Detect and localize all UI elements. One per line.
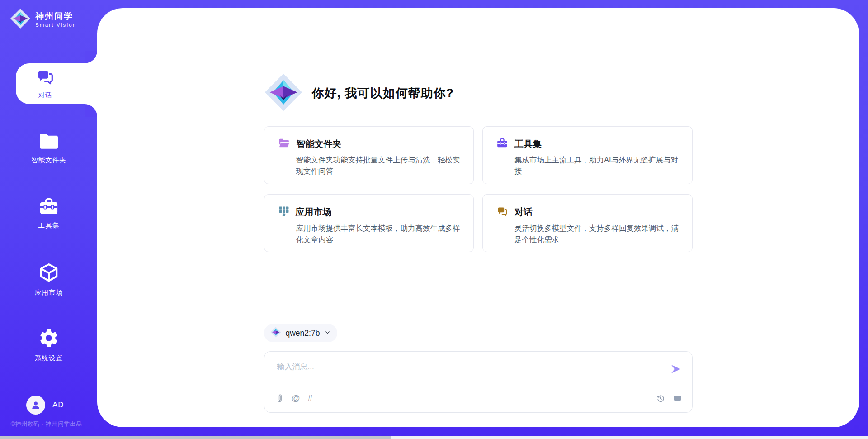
cube-icon <box>38 262 59 285</box>
card-description: 灵活切换多模型文件，支持多样回复效果调试，满足个性化需求 <box>514 223 680 245</box>
folder-icon <box>38 133 59 153</box>
folder-open-icon <box>278 138 290 150</box>
sidebar-item-label: 工具集 <box>38 221 60 230</box>
model-name: qwen2:7b <box>286 329 320 338</box>
sidebar-item-smart-folder[interactable]: 智能文件夹 <box>4 133 94 165</box>
card-app-market[interactable]: 应用市场 应用市场提供丰富长文本模板，助力高效生成多样化文章内容 <box>264 194 474 252</box>
send-icon <box>670 363 682 375</box>
sidebar-item-label: 系统设置 <box>35 354 63 363</box>
send-button[interactable] <box>670 363 682 375</box>
sidebar-item-label: 智能文件夹 <box>31 156 66 165</box>
mention-button[interactable]: @ <box>292 393 300 403</box>
assistant-diamond-icon <box>264 73 303 114</box>
feature-cards: 智能文件夹 智能文件夹功能支持批量文件上传与清洗，轻松实现文件问答 <box>264 126 693 252</box>
card-title: 工具集 <box>514 138 542 150</box>
chat-icon <box>36 68 55 88</box>
history-button[interactable] <box>656 394 665 403</box>
card-description: 智能文件夹功能支持批量文件上传与清洗，轻松实现文件问答 <box>296 154 462 177</box>
user-name: AD <box>52 401 64 410</box>
grid-icon <box>278 205 289 219</box>
copyright-text: ©神州数码 · 神州问学出品 <box>0 420 93 428</box>
avatar <box>26 396 45 415</box>
new-message-button[interactable] <box>673 394 682 403</box>
topic-button[interactable]: # <box>308 393 313 403</box>
chat-icon <box>496 205 508 219</box>
attach-file-button[interactable] <box>275 394 284 403</box>
main-content: 你好, 我可以如何帮助你? 智能文件夹 智能文件夹功能支持批量文件上传与清洗，轻… <box>264 8 693 413</box>
greeting-title: 你好, 我可以如何帮助你? <box>312 85 454 101</box>
paperclip-icon <box>275 394 284 403</box>
history-icon <box>656 394 665 403</box>
sidebar-item-label: 应用市场 <box>35 288 63 297</box>
message-input[interactable] <box>276 361 667 372</box>
card-description: 应用市场提供丰富长文本模板，助力高效生成多样化文章内容 <box>296 223 462 245</box>
brand-subtitle: Smart Vision <box>35 22 76 28</box>
tab-fillet-top <box>85 51 97 63</box>
user-account[interactable]: AD <box>26 396 64 415</box>
sidebar: 神州问学 Smart Vision 对话 智能文件夹 <box>0 0 97 439</box>
brand-diamond-icon <box>10 8 31 31</box>
toolbox-icon <box>496 138 508 150</box>
toolbox-icon <box>38 197 59 218</box>
model-diamond-icon <box>270 327 281 339</box>
card-title: 智能文件夹 <box>297 138 342 150</box>
sidebar-item-app-market[interactable]: 应用市场 <box>4 262 94 297</box>
sidebar-item-chat[interactable]: 对话 <box>16 63 97 104</box>
gear-icon <box>38 328 59 350</box>
card-chat[interactable]: 对话 灵活切换多模型文件，支持多样回复效果调试，满足个性化需求 <box>482 194 693 252</box>
card-description: 集成市场上主流工具，助力AI与外界无缝扩展与对接 <box>514 154 680 177</box>
message-icon <box>673 394 682 403</box>
brand-title: 神州问学 <box>35 11 76 21</box>
card-toolbox[interactable]: 工具集 集成市场上主流工具，助力AI与外界无缝扩展与对接 <box>482 126 693 184</box>
card-title: 应用市场 <box>296 206 332 218</box>
sidebar-item-label: 对话 <box>38 91 52 100</box>
horizontal-scrollbar-track <box>0 436 868 439</box>
greeting: 你好, 我可以如何帮助你? <box>264 73 693 114</box>
chevron-down-icon <box>324 329 331 338</box>
sidebar-item-settings[interactable]: 系统设置 <box>4 328 94 363</box>
tab-fillet-bottom <box>85 104 97 117</box>
composer: @ # <box>264 351 693 413</box>
brand-logo: 神州问学 Smart Vision <box>10 8 76 31</box>
card-smart-folder[interactable]: 智能文件夹 智能文件夹功能支持批量文件上传与清洗，轻松实现文件问答 <box>264 126 474 184</box>
sidebar-item-toolbox[interactable]: 工具集 <box>4 197 94 230</box>
main-panel: 你好, 我可以如何帮助你? 智能文件夹 智能文件夹功能支持批量文件上传与清洗，轻… <box>97 8 859 427</box>
model-selector[interactable]: qwen2:7b <box>264 324 338 342</box>
horizontal-scrollbar-thumb[interactable] <box>0 436 391 439</box>
card-title: 对话 <box>514 206 533 218</box>
